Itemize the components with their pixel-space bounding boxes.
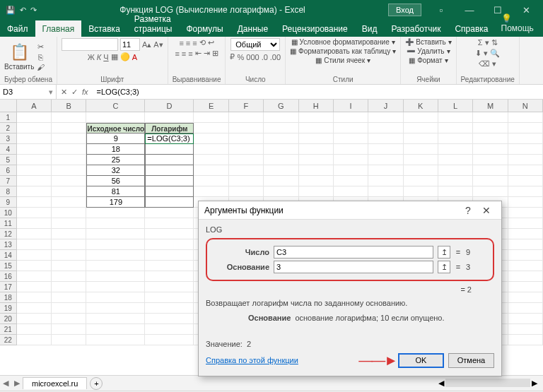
login-button[interactable]: Вход [388, 4, 421, 16]
cell[interactable] [52, 292, 86, 303]
cell[interactable] [145, 271, 194, 282]
cell[interactable] [229, 133, 264, 144]
row-header[interactable]: 3 [0, 133, 17, 144]
cell[interactable] [52, 335, 86, 345]
cell[interactable]: 56 [86, 176, 145, 186]
row-header[interactable]: 6 [0, 165, 17, 176]
cell[interactable] [86, 250, 145, 261]
function-help-link[interactable]: Справка по этой функции [206, 356, 298, 364]
cell[interactable] [52, 324, 86, 335]
cell[interactable] [334, 165, 368, 176]
cell[interactable] [86, 271, 145, 282]
cell[interactable] [264, 133, 298, 144]
align-top-icon[interactable]: ≡ [179, 39, 183, 47]
cell[interactable] [17, 186, 52, 197]
cell[interactable] [508, 155, 543, 165]
bold-icon[interactable]: Ж [88, 53, 95, 61]
cell[interactable] [145, 112, 194, 123]
tab-data[interactable]: Данные [230, 20, 275, 37]
cell[interactable] [17, 165, 52, 176]
cell[interactable] [473, 133, 508, 144]
cell[interactable] [86, 218, 145, 229]
cancel-button[interactable]: Отмена [448, 353, 494, 368]
underline-icon[interactable]: Ч [103, 53, 108, 61]
cell[interactable] [264, 123, 298, 133]
cell[interactable] [17, 271, 52, 282]
cell[interactable] [334, 112, 368, 123]
cell[interactable] [334, 155, 368, 165]
cell[interactable] [473, 144, 508, 155]
copy-icon[interactable]: ⎘ [37, 53, 45, 61]
cell[interactable] [145, 197, 194, 208]
cell[interactable] [508, 250, 543, 261]
cell[interactable] [299, 112, 334, 123]
cell[interactable] [404, 112, 438, 123]
cell[interactable] [86, 112, 145, 123]
cell[interactable] [264, 144, 298, 155]
cell[interactable] [52, 239, 86, 250]
cell[interactable] [145, 165, 194, 176]
cell[interactable] [145, 229, 194, 239]
align-middle-icon[interactable]: ≡ [186, 39, 190, 47]
cell[interactable] [334, 144, 368, 155]
cell[interactable] [145, 292, 194, 303]
cell[interactable] [264, 186, 298, 197]
paste-icon[interactable]: 📋 [10, 43, 29, 61]
tab-home[interactable]: Главная [35, 20, 82, 37]
cell[interactable] [194, 176, 228, 186]
cell[interactable] [508, 335, 543, 345]
cell[interactable] [473, 155, 508, 165]
minimize-icon[interactable]: — [455, 5, 484, 16]
cell[interactable] [508, 324, 543, 335]
column-header[interactable]: A [17, 100, 52, 112]
row-header[interactable]: 1 [0, 112, 17, 123]
cell-styles-button[interactable]: ▦ Стили ячеек ▾ [315, 57, 370, 64]
font-family-select[interactable] [62, 38, 118, 51]
font-color-icon[interactable]: A [132, 53, 137, 61]
cell[interactable] [52, 271, 86, 282]
row-header[interactable]: 4 [0, 144, 17, 155]
column-header[interactable]: K [404, 100, 438, 112]
row-header[interactable]: 20 [0, 314, 17, 324]
align-bottom-icon[interactable]: ≡ [192, 39, 197, 47]
cell[interactable] [17, 261, 52, 271]
cell[interactable] [145, 186, 194, 197]
cell[interactable] [229, 165, 264, 176]
cell[interactable] [438, 186, 473, 197]
name-box[interactable]: D3▾ [0, 85, 57, 99]
column-header[interactable]: F [229, 100, 264, 112]
cell[interactable] [17, 303, 52, 314]
cell[interactable]: 81 [86, 186, 145, 197]
row-header[interactable]: 11 [0, 218, 17, 229]
cell[interactable] [17, 176, 52, 186]
hscroll-right-icon[interactable]: ▶ [532, 379, 537, 388]
fill-icon[interactable]: ⬇ ▾ [475, 49, 488, 58]
undo-icon[interactable]: ↶ [20, 6, 26, 15]
column-header[interactable]: N [508, 100, 543, 112]
cell[interactable] [145, 324, 194, 335]
cell[interactable] [404, 176, 438, 186]
cell[interactable] [438, 144, 473, 155]
cell[interactable]: Исходное число [86, 123, 145, 133]
format-painter-icon[interactable]: 🖌 [37, 63, 45, 71]
cell[interactable] [508, 133, 543, 144]
cell[interactable] [404, 165, 438, 176]
cell[interactable] [438, 133, 473, 144]
cut-icon[interactable]: ✂ [37, 42, 45, 52]
cell[interactable] [145, 218, 194, 229]
tab-help[interactable]: Справка [448, 20, 495, 37]
cell[interactable] [17, 324, 52, 335]
cell[interactable] [17, 155, 52, 165]
cell[interactable] [194, 165, 228, 176]
cancel-formula-icon[interactable]: ✕ [61, 88, 67, 97]
cell[interactable]: 9 [86, 133, 145, 144]
row-header[interactable]: 13 [0, 239, 17, 250]
sheet-nav-prev-icon[interactable]: ◀ [0, 379, 11, 388]
insert-function-icon[interactable]: fx [82, 88, 88, 97]
tab-insert[interactable]: Вставка [81, 20, 127, 37]
cell[interactable] [86, 324, 145, 335]
cell[interactable] [17, 218, 52, 229]
dialog-help-icon[interactable]: ? [459, 205, 477, 216]
cell[interactable] [404, 123, 438, 133]
dialog-close-icon[interactable]: ✕ [477, 205, 496, 216]
